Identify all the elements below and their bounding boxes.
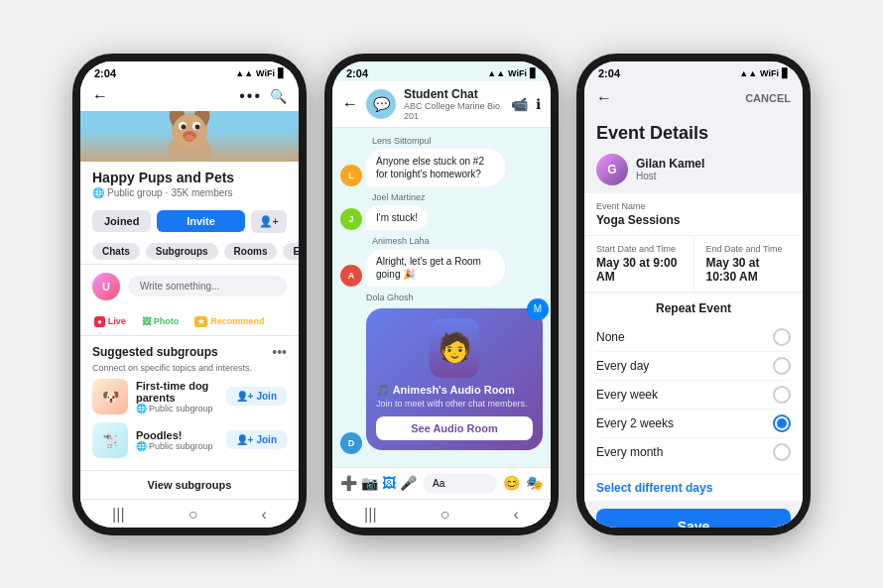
status-bar-3: 2:04 ▲▲ WiFi ▊ <box>584 61 803 81</box>
tab-events[interactable]: Events <box>283 243 299 260</box>
nav-menu-2[interactable]: ||| <box>364 506 376 524</box>
event-dates-row: Start Date and Time May 30 at 9:00 AM En… <box>584 236 803 293</box>
info-icon[interactable]: ℹ <box>536 96 541 112</box>
share-icon[interactable]: ⬆ <box>550 425 551 444</box>
nav-back-1[interactable]: ‹ <box>262 506 267 524</box>
subgroup-meta-0: 🌐 Public subgroup <box>136 404 218 413</box>
chat-input-icons: ➕ 📷 🖼 🎤 <box>340 475 417 491</box>
status-icons-1: ▲▲ WiFi ▊ <box>235 68 285 78</box>
live-button[interactable]: ● Live <box>88 312 132 331</box>
video-call-icon[interactable]: 📹 <box>511 96 528 112</box>
subgroup-emoji-1: 🐩 <box>102 432 119 448</box>
joined-button[interactable]: Joined <box>92 210 151 232</box>
radio-1[interactable] <box>773 357 791 375</box>
nav-back-2[interactable]: ‹ <box>514 506 519 524</box>
battery-icon-3: ▊ <box>782 68 789 78</box>
subgroup-item-1: 🐩 Poodles! 🌐 Public subgroup 👤+ Join <box>92 422 287 458</box>
add-icon[interactable]: ➕ <box>340 475 357 491</box>
msg-row-0: L Anyone else stuck on #2 for tonight's … <box>340 149 543 186</box>
repeat-option-3[interactable]: Every 2 weeks <box>596 410 791 438</box>
save-button[interactable]: Save <box>596 509 791 528</box>
group-meta: 🌐 Public group · 35K members <box>92 187 287 198</box>
cancel-button[interactable]: CANCEL <box>745 92 791 104</box>
tab-chats[interactable]: Chats <box>92 243 140 260</box>
nav-home-1[interactable]: ○ <box>189 506 198 524</box>
globe-icon: 🌐 <box>92 187 104 198</box>
chat-input-field[interactable]: Aa <box>423 474 497 493</box>
camera-icon[interactable]: 📷 <box>361 475 378 491</box>
suggested-more-icon[interactable]: ••• <box>272 344 287 360</box>
suggested-desc: Connect on specific topics and interests… <box>92 363 287 373</box>
photo-icon: 🖼 <box>142 316 151 326</box>
recommend-button[interactable]: ★ Recommend <box>189 312 270 331</box>
tab-subgroups[interactable]: Subgroups <box>146 243 218 260</box>
back-arrow-3[interactable]: ← <box>596 89 612 107</box>
nav-home-2[interactable]: ○ <box>441 506 450 524</box>
group-name: Happy Pups and Pets <box>92 170 287 185</box>
wifi-icon-3: WiFi <box>760 68 779 78</box>
radio-2[interactable] <box>773 386 791 404</box>
audio-room-title: 🎵 Animesh's Audio Room <box>376 384 533 397</box>
back-arrow-2[interactable]: ← <box>342 95 358 113</box>
select-days-link[interactable]: Select different days <box>584 475 803 501</box>
write-input[interactable]: Write something... <box>128 276 287 296</box>
photo-button[interactable]: 🖼 Photo <box>136 312 186 331</box>
globe-icon-sub1: 🌐 <box>136 441 147 451</box>
wifi-icon-2: WiFi <box>508 68 527 78</box>
dola-group: Dola Ghosh D 🧑 🎵 Animesh's Audio Room <box>340 293 543 454</box>
repeat-option-0[interactable]: None <box>596 323 791 352</box>
msg-bubble-3: Alright, let's get a Room going 🎉 <box>366 249 505 287</box>
sticker-icon[interactable]: 🎭 <box>526 475 543 491</box>
group-actions: Joined Invite 👤+ <box>80 204 299 239</box>
view-subgroups-button[interactable]: View subgroups <box>80 470 299 499</box>
subgroup-name-1: Poodles! <box>136 429 218 441</box>
mic-icon[interactable]: 🎤 <box>400 475 417 491</box>
event-header: ← CANCEL <box>584 81 803 115</box>
msg-avatar-1: J <box>340 208 362 230</box>
nav-menu-1[interactable]: ||| <box>112 506 124 524</box>
subgroup-info-1: Poodles! 🌐 Public subgroup <box>136 429 218 451</box>
radio-4[interactable] <box>773 443 791 461</box>
cover-photo <box>80 111 299 162</box>
end-date-field: End Date and Time May 30 at 10:30 AM <box>694 236 804 292</box>
dola-sender: Dola Ghosh <box>340 293 543 302</box>
chat-subtitle: ABC College Marine Bio 201 <box>404 101 503 121</box>
more-options-icon[interactable]: ••• <box>239 87 262 105</box>
start-date-value[interactable]: May 30 at 9:00 AM <box>596 256 682 284</box>
repeat-option-4[interactable]: Every month <box>596 438 791 466</box>
battery-icon-2: ▊ <box>530 68 537 78</box>
msg-bubble-0: Anyone else stuck on #2 for tonight's ho… <box>366 149 505 186</box>
emoji-icon[interactable]: 😊 <box>503 475 520 491</box>
radio-0[interactable] <box>773 328 791 346</box>
join-icon-0: 👤+ <box>236 391 254 402</box>
chat-group-avatar: 💬 <box>366 89 396 119</box>
join-button-1[interactable]: 👤+ Join <box>226 430 287 449</box>
tab-rooms[interactable]: Rooms <box>224 243 278 260</box>
invite-button[interactable]: Invite <box>157 210 244 232</box>
repeat-label-1: Every day <box>596 359 649 373</box>
event-name-field: Event Name Yoga Sessions <box>584 193 803 235</box>
image-icon[interactable]: 🖼 <box>382 475 396 491</box>
repeat-option-2[interactable]: Every week <box>596 381 791 410</box>
back-arrow[interactable]: ← <box>92 87 108 105</box>
phone-3: 2:04 ▲▲ WiFi ▊ ← CANCEL Event Details <box>576 54 811 535</box>
host-role: Host <box>636 171 704 181</box>
subgroup-name-0: First-time dog parents <box>136 380 218 404</box>
radio-3[interactable] <box>773 414 791 432</box>
see-audio-room-button[interactable]: See Audio Room <box>376 416 533 440</box>
join-button-0[interactable]: 👤+ Join <box>226 387 287 406</box>
end-date-value[interactable]: May 30 at 10:30 AM <box>706 256 792 284</box>
msg-avatar-dola: D <box>340 432 362 454</box>
event-details-title: Event Details <box>584 115 803 150</box>
repeat-option-1[interactable]: Every day <box>596 352 791 381</box>
repeat-label-0: None <box>596 330 625 344</box>
subgroup-meta-1: 🌐 Public subgroup <box>136 441 218 451</box>
msg-row-1: J I'm stuck! <box>340 205 543 230</box>
search-icon[interactable]: 🔍 <box>270 88 287 104</box>
subgroup-thumb-1: 🐩 <box>92 422 128 458</box>
signal-icon: ▲▲ <box>235 68 253 78</box>
start-date-label: Start Date and Time <box>596 244 682 254</box>
add-person-button[interactable]: 👤+ <box>251 210 287 233</box>
event-name-value[interactable]: Yoga Sessions <box>596 213 791 227</box>
live-icon: ● <box>94 316 105 327</box>
